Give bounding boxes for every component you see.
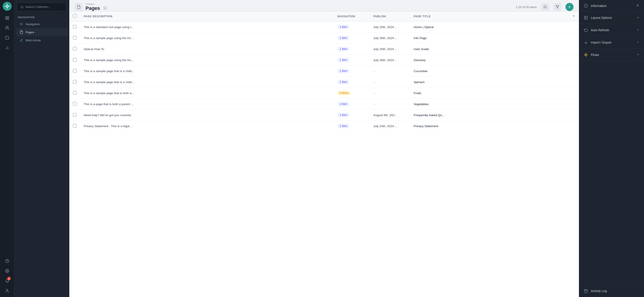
row-navigation: 1 Item xyxy=(334,33,370,44)
row-checkbox[interactable] xyxy=(73,58,76,62)
row-navigation: 1 Item xyxy=(334,55,370,66)
row-checkbox[interactable] xyxy=(73,47,76,51)
page-title: Pages xyxy=(86,6,107,11)
row-description: This is a sample page that is a child... xyxy=(80,66,334,77)
col-page-title: Page Title xyxy=(410,12,568,21)
add-page-button[interactable]: + xyxy=(566,3,574,11)
row-extra xyxy=(568,21,579,33)
sidebar-item-pages[interactable]: Pages xyxy=(16,28,68,36)
grid-icon[interactable] xyxy=(3,14,12,23)
table-row: This is a standard root page using t... … xyxy=(69,21,579,33)
row-checkbox[interactable] xyxy=(73,69,76,73)
row-title: Glossary xyxy=(410,55,568,66)
row-title: Fruits xyxy=(410,88,568,99)
select-all-checkbox[interactable] xyxy=(73,14,76,18)
panel-import-export-label: Import / Export xyxy=(591,41,634,44)
sidebar-item-web-article-label: Web Article xyxy=(26,39,41,42)
main-content: Content Pages 1-25 of 26 items + xyxy=(69,0,579,297)
panel-layout-options-label: Layout Options xyxy=(591,16,634,20)
svg-rect-26 xyxy=(584,16,588,19)
row-description: This is a sample page that is both a... xyxy=(80,88,334,99)
filter-button[interactable] xyxy=(553,3,562,11)
sidebar-section-label: Navigation xyxy=(14,14,69,20)
search-button[interactable] xyxy=(541,3,549,11)
panel-flows-row[interactable]: Flows xyxy=(579,49,644,61)
svg-rect-3 xyxy=(6,19,7,20)
panel-info-section: Information xyxy=(579,0,644,12)
row-title: Info Page xyxy=(410,33,568,44)
row-title: Vegetables xyxy=(410,99,568,110)
row-title: User Guide xyxy=(410,44,568,55)
activity-log-icon xyxy=(584,289,588,293)
panel-import-export-row[interactable]: Import / Export xyxy=(579,36,644,49)
row-checkbox[interactable] xyxy=(73,124,76,128)
svg-point-5 xyxy=(6,26,7,28)
app-logo[interactable] xyxy=(3,2,12,11)
table-row: Need help? We've got you covered. 1 Item… xyxy=(69,110,579,121)
row-navigation: 1 Item xyxy=(334,21,370,33)
svg-point-0 xyxy=(6,6,8,7)
search-icon xyxy=(20,6,24,9)
panel-flows-label: Flows xyxy=(591,53,634,57)
table-row: This is a page that is both a parent ...… xyxy=(69,99,579,110)
col-add[interactable] xyxy=(568,12,579,21)
row-checkbox-cell[interactable] xyxy=(69,33,80,44)
filter-icon xyxy=(556,5,559,9)
panel-layout-options-row[interactable]: Layout Options xyxy=(579,12,644,24)
pages-table-container: Page Description Navigation Publish Page… xyxy=(69,12,579,297)
nav-icon xyxy=(19,22,23,26)
row-extra xyxy=(568,44,579,55)
row-title: Spinach xyxy=(410,77,568,88)
sidebar-item-navigation-label: Navigation xyxy=(26,23,40,26)
row-checkbox[interactable] xyxy=(73,102,76,106)
notifications-icon[interactable]: 1 xyxy=(3,276,12,285)
row-extra xyxy=(568,55,579,66)
panel-auto-refresh-row[interactable]: Auto Refresh xyxy=(579,24,644,36)
profile-icon[interactable] xyxy=(3,286,12,295)
row-checkbox-cell[interactable] xyxy=(69,77,80,88)
analytics-icon[interactable] xyxy=(3,43,12,52)
panel-close-button[interactable] xyxy=(636,4,640,8)
refresh-icon xyxy=(584,28,588,32)
flows-icon xyxy=(584,53,588,57)
select-all-col[interactable] xyxy=(69,12,80,21)
sidebar-item-navigation[interactable]: Navigation xyxy=(16,20,68,28)
row-checkbox-cell[interactable] xyxy=(69,44,80,55)
sidebar-item-web-article[interactable]: Web Article xyxy=(16,36,68,44)
row-checkbox-cell[interactable] xyxy=(69,99,80,110)
users-icon[interactable] xyxy=(3,23,12,32)
header-title-area: Content Pages xyxy=(86,3,107,11)
table-row: This is a sample page using the Inf... 1… xyxy=(69,33,579,44)
row-checkbox-cell[interactable] xyxy=(69,110,80,121)
col-publish: Publish xyxy=(370,12,410,21)
row-checkbox-cell[interactable] xyxy=(69,66,80,77)
row-checkbox-cell[interactable] xyxy=(69,55,80,66)
row-extra xyxy=(568,33,579,44)
row-publish: July 25th, 2024 ... xyxy=(370,21,410,33)
settings-icon[interactable] xyxy=(3,266,12,275)
panel-activity-log-row[interactable]: Activity Log xyxy=(579,285,644,297)
row-checkbox-cell[interactable] xyxy=(69,21,80,33)
search-placeholder: Search Collection... xyxy=(25,5,51,9)
row-navigation: 1 Item xyxy=(334,66,370,77)
row-checkbox[interactable] xyxy=(73,113,76,117)
flows-chevron xyxy=(636,53,640,57)
bookmark-icon[interactable] xyxy=(103,6,107,11)
table-row: This is a sample page using the Hu... 1 … xyxy=(69,55,579,66)
table-row: Privacy Statement - This is a legal ... … xyxy=(69,121,579,132)
row-checkbox-cell[interactable] xyxy=(69,88,80,99)
row-description: Privacy Statement - This is a legal ... xyxy=(80,121,334,132)
row-checkbox[interactable] xyxy=(73,80,76,84)
row-description: This is a sample page using the Inf... xyxy=(80,33,334,44)
folder-icon[interactable] xyxy=(3,33,12,42)
row-checkbox[interactable] xyxy=(73,36,76,40)
search-collection-input[interactable]: Search Collection... xyxy=(17,3,66,11)
row-checkbox[interactable] xyxy=(73,91,76,95)
help-icon[interactable] xyxy=(3,256,12,265)
row-publish: July 26th, 2024 ... xyxy=(370,55,410,66)
row-checkbox[interactable] xyxy=(73,25,76,29)
row-checkbox-cell[interactable] xyxy=(69,121,80,132)
svg-rect-31 xyxy=(584,289,588,293)
article-icon xyxy=(19,38,23,42)
main-header: Content Pages 1-25 of 26 items + xyxy=(69,0,579,12)
